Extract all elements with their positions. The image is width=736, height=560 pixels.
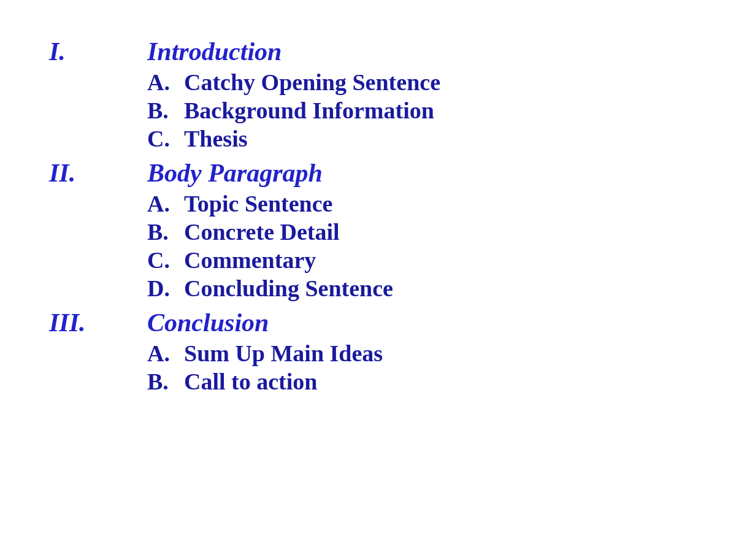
section-2-label: Body Paragraph <box>147 158 323 188</box>
list-item: C. Commentary <box>147 247 440 274</box>
subsection-2a-label: Topic Sentence <box>184 190 332 217</box>
subsection-2d-label: Concluding Sentence <box>184 275 393 302</box>
subsection-3a-letter: A. <box>147 340 184 367</box>
section-1-label: Introduction <box>147 37 282 66</box>
subsection-1c-label: Thesis <box>184 125 247 152</box>
section-1-subsections: A. Catchy Opening Sentence B. Background… <box>147 69 440 153</box>
subsection-2b-letter: B. <box>147 218 184 245</box>
subsection-3b-letter: B. <box>147 368 184 395</box>
subsection-3b-label: Call to action <box>184 368 317 395</box>
outline-container: I. Introduction A. Catchy Opening Senten… <box>49 25 440 401</box>
section-1-numeral: I. <box>49 37 147 66</box>
list-item: D. Concluding Sentence <box>147 275 440 302</box>
subsection-2c-letter: C. <box>147 247 184 274</box>
section-3-header: III. Conclusion <box>49 308 440 337</box>
section-1-header: I. Introduction <box>49 37 440 66</box>
list-item: A. Topic Sentence <box>147 190 440 217</box>
list-item: C. Thesis <box>147 125 440 152</box>
section-3-subsections: A. Sum Up Main Ideas B. Call to action <box>147 340 440 396</box>
list-item: B. Background Information <box>147 97 440 124</box>
section-2-numeral: II. <box>49 158 147 188</box>
subsection-2a-letter: A. <box>147 190 184 217</box>
list-item: B. Concrete Detail <box>147 218 440 245</box>
section-3-numeral: III. <box>49 308 147 337</box>
subsection-1c-letter: C. <box>147 125 184 152</box>
list-item: A. Catchy Opening Sentence <box>147 69 440 96</box>
section-2-header: II. Body Paragraph <box>49 158 440 188</box>
list-item: B. Call to action <box>147 368 440 395</box>
subsection-2d-letter: D. <box>147 275 184 302</box>
list-item: A. Sum Up Main Ideas <box>147 340 440 367</box>
subsection-1a-letter: A. <box>147 69 184 96</box>
subsection-2b-label: Concrete Detail <box>184 218 340 245</box>
subsection-3a-label: Sum Up Main Ideas <box>184 340 383 367</box>
subsection-1a-label: Catchy Opening Sentence <box>184 69 440 96</box>
section-2-subsections: A. Topic Sentence B. Concrete Detail C. … <box>147 190 440 303</box>
subsection-2c-label: Commentary <box>184 247 316 274</box>
section-3-label: Conclusion <box>147 308 269 337</box>
subsection-1b-letter: B. <box>147 97 184 124</box>
subsection-1b-label: Background Information <box>184 97 434 124</box>
